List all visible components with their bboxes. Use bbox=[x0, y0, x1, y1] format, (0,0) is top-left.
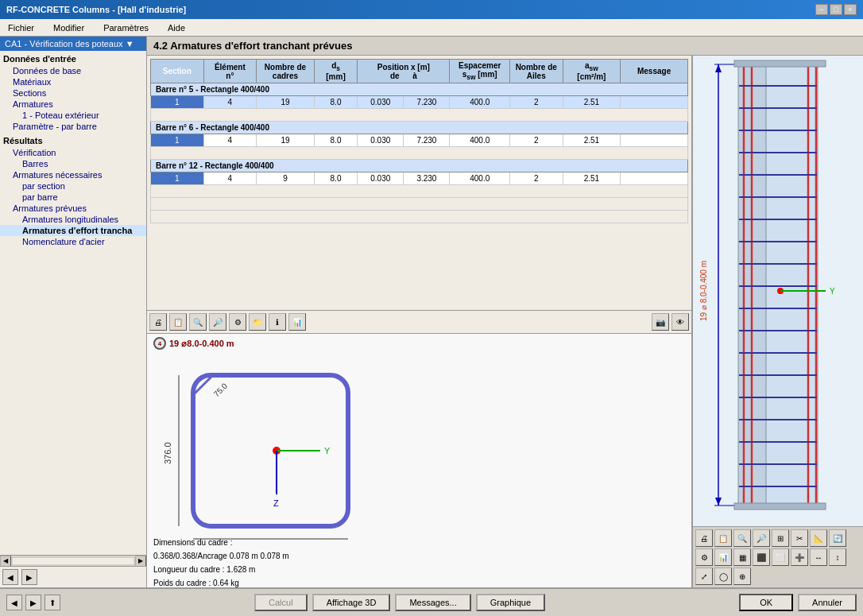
main-container: CA1 - Vérification des poteaux ▼ Données… bbox=[0, 37, 863, 587]
vt-zoom-out[interactable]: 🔎 bbox=[753, 529, 770, 547]
toolbar-eye-btn[interactable]: 👁 bbox=[671, 313, 689, 331]
tree-group-arm-nec[interactable]: Armatures nécessaires bbox=[0, 169, 146, 180]
nav-forward-btn[interactable]: ▶ bbox=[21, 569, 37, 585]
menu-parametres[interactable]: Paramètres bbox=[99, 21, 153, 34]
td-section3: 1 bbox=[151, 172, 204, 185]
annuler-btn[interactable]: Annuler bbox=[798, 594, 857, 611]
bottom-right-btns: OK Annuler bbox=[739, 594, 857, 611]
graphique-btn[interactable]: Graphique bbox=[476, 594, 545, 611]
vt-grid[interactable]: ▦ bbox=[733, 548, 751, 566]
tree-item-poteau-ext[interactable]: 1 - Poteau extérieur bbox=[0, 110, 146, 121]
menu-aide[interactable]: Aide bbox=[163, 21, 190, 34]
table-row-empty4 bbox=[151, 198, 688, 211]
tree-group-verification[interactable]: Vérification bbox=[0, 147, 146, 158]
preview-label: 4 19 ⌀8.0-0.400 m bbox=[153, 337, 685, 350]
bottom-nav: ◀ ▶ ⬆ bbox=[6, 595, 60, 610]
toolbar-chart-btn[interactable]: 📊 bbox=[288, 313, 306, 331]
toolbar-zoom-btn[interactable]: 🔍 bbox=[189, 313, 207, 331]
scroll-left-btn[interactable]: ◀ bbox=[0, 556, 11, 567]
toolbar-info-btn[interactable]: ℹ bbox=[269, 313, 286, 331]
bottom-nav-extra[interactable]: ⬆ bbox=[45, 595, 60, 610]
vt-extra1[interactable]: ⊕ bbox=[733, 568, 751, 585]
table-row-data[interactable]: 1 4 19 8.0 0.030 7.230 400.0 2 2.51 bbox=[151, 96, 688, 109]
preview-circle: 4 bbox=[153, 337, 166, 350]
table-row-group3: Barre n° 12 - Rectangle 400/400 bbox=[151, 160, 688, 172]
preview-drawing: 376.0 376.0 75.0 Y bbox=[153, 353, 685, 587]
toolbar-settings-btn[interactable]: ⚙ bbox=[229, 313, 246, 331]
vt-chart[interactable]: 📊 bbox=[714, 548, 732, 566]
vt-settings[interactable]: ⚙ bbox=[695, 548, 713, 566]
menu-fichier[interactable]: Fichier bbox=[3, 21, 39, 34]
vt-zoom-fit[interactable]: ⊞ bbox=[772, 529, 789, 547]
th-element: Élémentn° bbox=[203, 60, 257, 83]
view-3d-content[interactable]: 19 ⌀ 8.0-0.400 m Y bbox=[693, 56, 863, 526]
minimize-btn[interactable]: − bbox=[815, 4, 828, 15]
vt-wire[interactable]: ⬜ bbox=[772, 548, 789, 566]
drawing-info: 376.0 376.0 75.0 Y bbox=[153, 353, 360, 587]
nav-back-btn[interactable]: ◀ bbox=[2, 569, 18, 585]
td-nbcadres: 19 bbox=[257, 96, 315, 109]
vt-horiz[interactable]: ↔ bbox=[810, 548, 827, 566]
vt-rotate[interactable]: 🔄 bbox=[829, 529, 846, 547]
tree-item-donnees-base[interactable]: Données de base bbox=[0, 65, 146, 76]
td-posx-from: 0.030 bbox=[358, 96, 404, 109]
td-ds2: 8.0 bbox=[314, 134, 357, 147]
tree-item-arm-effort[interactable]: Armatures d'effort trancha bbox=[0, 225, 146, 236]
tree-item-par-section[interactable]: par section bbox=[0, 180, 146, 192]
td-nbailes: 2 bbox=[509, 96, 563, 109]
bottom-center-btns: Calcul Affichage 3D Messages... Graphiqu… bbox=[254, 594, 545, 611]
td-spacer2: 400.0 bbox=[450, 134, 510, 147]
tree-item-par-barre[interactable]: par barre bbox=[0, 192, 146, 203]
column-3d-svg: 19 ⌀ 8.0-0.400 m Y bbox=[695, 56, 861, 525]
messages-btn[interactable]: Messages... bbox=[395, 594, 470, 611]
vt-solid[interactable]: ⬛ bbox=[753, 548, 770, 566]
toolbar-print-btn[interactable]: 🖨 bbox=[149, 313, 167, 331]
vt-add[interactable]: ➕ bbox=[791, 548, 808, 566]
scroll-track[interactable] bbox=[13, 558, 134, 564]
data-table-container[interactable]: Section Élémentn° Nombre decadres ds[mm]… bbox=[147, 56, 691, 310]
vt-zoom-in[interactable]: 🔍 bbox=[733, 529, 751, 547]
maximize-btn[interactable]: □ bbox=[830, 4, 842, 15]
table-row-group2: Barre n° 6 - Rectangle 400/400 bbox=[151, 122, 688, 134]
toolbar-folder-btn[interactable]: 📁 bbox=[249, 313, 266, 331]
vt-copy[interactable]: 📋 bbox=[714, 529, 732, 547]
tree-item-param-barre[interactable]: Paramètre - par barre bbox=[0, 121, 146, 132]
svg-text:Y: Y bbox=[830, 287, 835, 296]
affichage-3d-btn[interactable]: Affichage 3D bbox=[312, 594, 391, 611]
vt-cut[interactable]: ✂ bbox=[791, 529, 808, 547]
tree-group-arm-prev[interactable]: Armatures prévues bbox=[0, 203, 146, 214]
close-btn[interactable]: × bbox=[844, 4, 857, 15]
table-row-empty2 bbox=[151, 147, 688, 160]
tree-item-materiaux[interactable]: Matériaux bbox=[0, 76, 146, 87]
bottom-nav-fwd[interactable]: ▶ bbox=[25, 595, 41, 610]
ok-btn[interactable]: OK bbox=[739, 594, 793, 611]
panel-header[interactable]: CA1 - Vérification des poteaux ▼ bbox=[0, 37, 146, 51]
scroll-right-btn[interactable]: ▶ bbox=[135, 556, 146, 567]
menu-modifier[interactable]: Modifier bbox=[48, 21, 89, 34]
calc-btn[interactable]: Calcul bbox=[254, 594, 308, 611]
vt-print[interactable]: 🖨 bbox=[695, 529, 713, 547]
tree-item-arm-long[interactable]: Armatures longitudinales bbox=[0, 214, 146, 225]
toolbar-zoomout-btn[interactable]: 🔎 bbox=[209, 313, 226, 331]
tree-group-armatures[interactable]: Armatures bbox=[0, 99, 146, 110]
th-section: Section bbox=[151, 60, 204, 83]
table-row-data3[interactable]: 1 4 9 8.0 0.030 3.230 400.0 2 2.51 bbox=[151, 172, 688, 185]
tree-item-sections[interactable]: Sections bbox=[0, 87, 146, 99]
vt-circle[interactable]: ◯ bbox=[714, 568, 732, 585]
vt-diag[interactable]: ⤢ bbox=[695, 568, 713, 585]
dim-line3: Longueur du cadre : 1.628 m bbox=[153, 563, 360, 576]
tree-item-barres[interactable]: Barres bbox=[0, 158, 146, 169]
preview-area: 4 19 ⌀8.0-0.400 m bbox=[147, 333, 691, 587]
table-row-data2[interactable]: 1 4 19 8.0 0.030 7.230 400.0 2 2.51 bbox=[151, 134, 688, 147]
toolbar-copy-btn[interactable]: 📋 bbox=[169, 313, 187, 331]
left-bottom-nav: ◀ ▶ bbox=[0, 566, 146, 587]
view-3d-panel: 19 ⌀ 8.0-0.400 m Y 🖨 📋 🔍 🔎 bbox=[692, 56, 863, 587]
toolbar-camera-btn[interactable]: 📷 bbox=[652, 313, 669, 331]
vt-vert[interactable]: ↕ bbox=[829, 548, 846, 566]
bottom-nav-back[interactable]: ◀ bbox=[6, 595, 22, 610]
tree-item-nomenclature[interactable]: Nomenclature d'acier bbox=[0, 236, 146, 247]
svg-marker-39 bbox=[715, 498, 722, 506]
td-posx-to: 7.230 bbox=[404, 96, 450, 109]
td-asw2: 2.51 bbox=[563, 134, 621, 147]
vt-dim[interactable]: 📐 bbox=[810, 529, 827, 547]
